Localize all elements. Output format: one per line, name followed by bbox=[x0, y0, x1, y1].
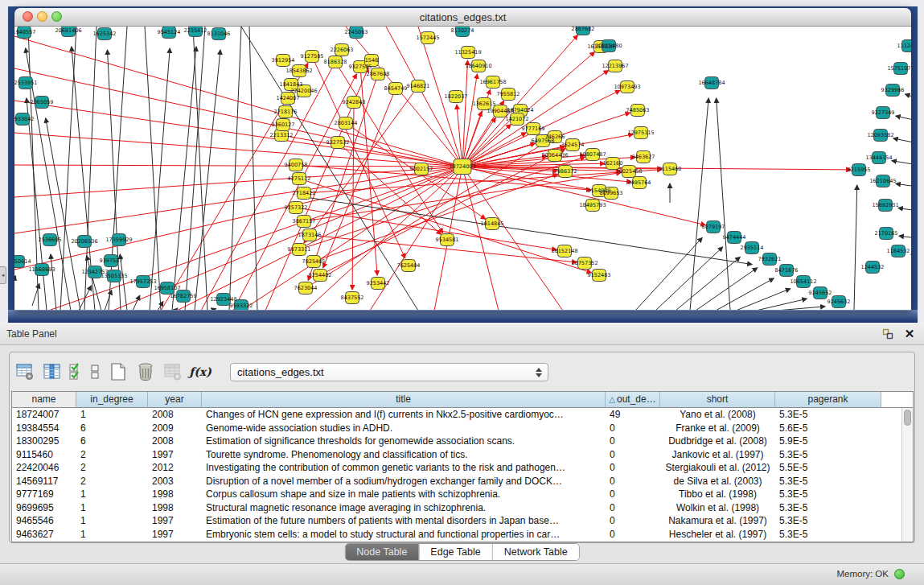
table-cell[interactable]: 0 bbox=[606, 435, 660, 448]
unselect-rows-button[interactable] bbox=[88, 361, 101, 382]
column-header-in-degree[interactable]: in_degree bbox=[76, 392, 148, 408]
table-cell[interactable]: Genome-wide association studies in ADHD. bbox=[202, 422, 606, 435]
table-cell[interactable]: 1 bbox=[76, 514, 148, 528]
table-cell[interactable]: 5.5E-5 bbox=[775, 461, 881, 475]
table-cell[interactable]: 49 bbox=[606, 408, 660, 422]
vertical-scrollbar[interactable] bbox=[901, 408, 913, 542]
function-builder-button[interactable]: ƒ(x) bbox=[190, 361, 211, 382]
table-cell[interactable]: Wolkin et al. (1998) bbox=[660, 501, 775, 515]
table-cell[interactable]: 5.3E-5 bbox=[775, 488, 881, 501]
table-cell[interactable]: 2008 bbox=[148, 408, 202, 422]
table-cell[interactable]: 0 bbox=[606, 528, 660, 542]
table-cell[interactable]: 6 bbox=[76, 435, 148, 448]
column-header-out-de-[interactable]: △out_de… bbox=[606, 392, 660, 408]
table-cell[interactable]: Structural magnetic resonance image aver… bbox=[202, 501, 606, 515]
table-cell[interactable]: 6 bbox=[76, 422, 148, 435]
column-header-name[interactable]: name bbox=[12, 392, 76, 408]
table-cell[interactable]: 14569117 bbox=[12, 475, 76, 488]
new-column-button[interactable] bbox=[108, 361, 129, 382]
table-cell[interactable]: Embryonic stem cells: a model to study s… bbox=[202, 528, 606, 542]
table-cell[interactable]: 19384554 bbox=[12, 422, 76, 435]
table-cell[interactable]: 5.3E-5 bbox=[775, 448, 881, 462]
table-cell[interactable]: Dudbridge et al. (2008) bbox=[660, 435, 775, 448]
table-cell[interactable]: 0 bbox=[606, 422, 660, 435]
column-header-short[interactable]: short bbox=[660, 392, 775, 408]
column-header-year[interactable]: year bbox=[148, 392, 202, 408]
table-cell[interactable]: 0 bbox=[606, 461, 660, 475]
table-cell[interactable]: 1 bbox=[76, 501, 148, 515]
table-cell[interactable]: 0 bbox=[606, 514, 660, 528]
table-row[interactable]: 1872400712008Changes of HCN gene express… bbox=[12, 408, 901, 422]
network-canvas[interactable]: 1872400718220371362615199044871696175818… bbox=[14, 27, 911, 310]
table-cell[interactable]: 1 bbox=[76, 528, 148, 542]
table-cell[interactable]: 0 bbox=[606, 475, 660, 488]
table-cell[interactable]: Tibbo et al. (1998) bbox=[660, 488, 775, 501]
table-cell[interactable]: Yano et al. (2008) bbox=[660, 408, 775, 422]
table-row[interactable]: 1830029562008Estimation of significance … bbox=[12, 435, 901, 448]
tab-edge-table[interactable]: Edge Table bbox=[418, 544, 491, 560]
table-cell[interactable]: 22420046 bbox=[12, 461, 76, 475]
table-cell[interactable]: 5.3E-5 bbox=[775, 501, 881, 515]
tab-network-table[interactable]: Network Table bbox=[492, 544, 579, 560]
close-panel-button[interactable]: ✕ bbox=[901, 326, 918, 342]
table-cell[interactable]: 1998 bbox=[148, 488, 202, 501]
table-cell[interactable]: 5.3E-5 bbox=[775, 514, 881, 528]
table-cell[interactable]: 1997 bbox=[148, 448, 202, 462]
table-cell[interactable]: 9699695 bbox=[12, 501, 76, 515]
table-row[interactable]: 977716911998Corpus callosum shape and si… bbox=[12, 488, 901, 501]
table-selector-dropdown[interactable]: citations_edges.txt bbox=[230, 363, 548, 381]
table-cell[interactable]: Estimation of the future numbers of pati… bbox=[202, 514, 606, 528]
table-cell[interactable]: 0 bbox=[606, 488, 660, 501]
select-all-button[interactable] bbox=[69, 361, 82, 382]
table-cell[interactable]: 18724007 bbox=[12, 408, 76, 422]
table-cell[interactable]: 5.9E-5 bbox=[775, 435, 881, 448]
table-cell[interactable]: 9777169 bbox=[12, 488, 76, 501]
table-cell[interactable]: Jankovic et al. (1997) bbox=[660, 448, 775, 462]
table-cell[interactable]: 1997 bbox=[148, 514, 202, 528]
table-row[interactable]: 969969511998Structural magnetic resonanc… bbox=[12, 501, 901, 515]
table-cell[interactable]: 2 bbox=[76, 461, 148, 475]
table-row[interactable]: 946554611997Estimation of the future num… bbox=[12, 514, 901, 528]
table-cell[interactable]: Franke et al. (2009) bbox=[660, 422, 775, 435]
table-cell[interactable]: 2009 bbox=[148, 422, 202, 435]
close-window-button[interactable] bbox=[23, 11, 33, 22]
table-cell[interactable]: Corpus callosum shape and size in male p… bbox=[202, 488, 606, 501]
table-cell[interactable]: 0 bbox=[606, 501, 660, 515]
delete-table-button[interactable] bbox=[162, 361, 183, 382]
table-cell[interactable]: Estimation of significance thresholds fo… bbox=[202, 435, 606, 448]
network-window-titlebar[interactable]: citations_edges.txt bbox=[14, 8, 911, 27]
table-cell[interactable]: Tourette syndrome. Phenomenology and cla… bbox=[202, 448, 606, 462]
table-row[interactable]: 946362711997Embryonic stem cells: a mode… bbox=[12, 528, 901, 542]
column-header-title[interactable]: title bbox=[202, 392, 606, 408]
table-cell[interactable]: 2 bbox=[76, 448, 148, 462]
table-mode-button[interactable] bbox=[14, 361, 35, 382]
table-cell[interactable]: Stergiakouli et al. (2012) bbox=[660, 461, 775, 475]
table-cell[interactable]: 5.3E-5 bbox=[775, 408, 881, 422]
table-row[interactable]: 1938455462009Genome-wide association stu… bbox=[12, 422, 901, 435]
table-cell[interactable]: 1 bbox=[76, 488, 148, 501]
table-cell[interactable]: 9463627 bbox=[12, 528, 76, 542]
table-cell[interactable]: Nakamura et al. (1997) bbox=[660, 514, 775, 528]
table-cell[interactable]: 2003 bbox=[148, 475, 202, 488]
delete-column-button[interactable] bbox=[135, 361, 156, 382]
table-cell[interactable]: 5.3E-5 bbox=[775, 475, 881, 488]
table-cell[interactable]: 9465546 bbox=[12, 514, 76, 528]
table-cell[interactable]: 18300295 bbox=[12, 435, 76, 448]
table-cell[interactable]: 1 bbox=[76, 408, 148, 422]
table-row[interactable]: 1456911722003Disruption of a novel membe… bbox=[12, 475, 901, 488]
network-window[interactable]: citations_edges.txt 18724007182203713626… bbox=[14, 8, 911, 311]
table-cell[interactable]: 1997 bbox=[148, 528, 202, 542]
float-window-button[interactable] bbox=[879, 326, 895, 342]
table-cell[interactable]: Disruption of a novel member of a sodium… bbox=[202, 475, 606, 488]
table-cell[interactable]: 0 bbox=[606, 448, 660, 462]
table-cell[interactable]: Changes of HCN gene expression and I(f) … bbox=[202, 408, 606, 422]
table-cell[interactable]: 2 bbox=[76, 475, 148, 488]
tab-node-table[interactable]: Node Table bbox=[345, 544, 418, 560]
table-row[interactable]: 2242004622012Investigating the contribut… bbox=[12, 461, 901, 475]
minimize-window-button[interactable] bbox=[37, 11, 47, 22]
control-panel-collapse-handle[interactable]: ◂ bbox=[0, 266, 6, 284]
column-header-pagerank[interactable]: pagerank bbox=[775, 392, 881, 408]
show-column-button[interactable] bbox=[42, 361, 63, 382]
zoom-window-button[interactable] bbox=[51, 11, 62, 22]
table-cell[interactable]: Investigating the contribution of common… bbox=[202, 461, 606, 475]
